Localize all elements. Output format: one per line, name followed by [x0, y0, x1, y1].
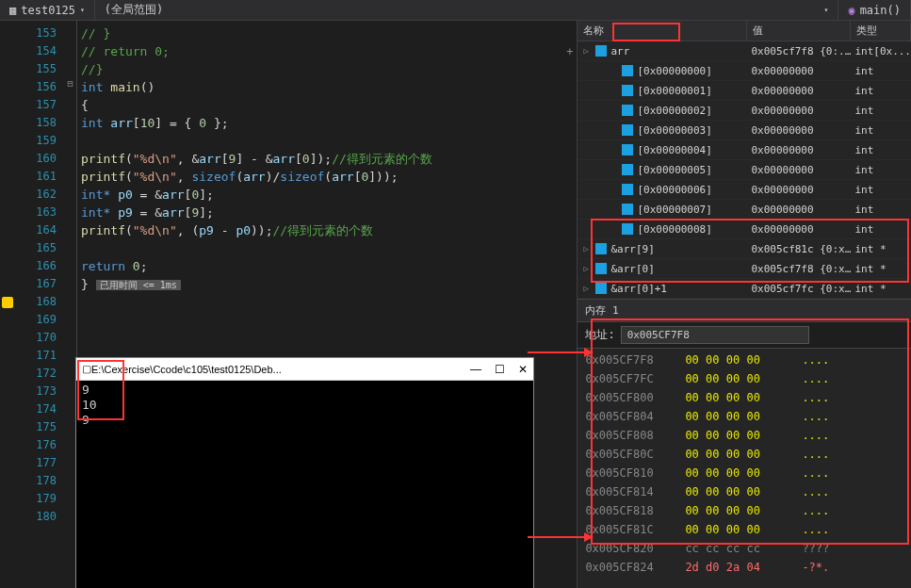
col-name[interactable]: 名称 [578, 21, 747, 41]
watch-row[interactable]: ▷&arr[0]0x005cf7f8 {0:x...int * [578, 259, 911, 279]
memory-row: 0x005CF81800 00 00 00.... [585, 501, 903, 520]
watch-row[interactable]: ▷arr0x005cf7f8 {0:...int[0x... [578, 41, 911, 61]
variable-icon [595, 45, 607, 57]
memory-row: 0x005CF80C00 00 00 00.... [585, 445, 903, 464]
memory-row: 0x005CF80800 00 00 00.... [585, 426, 903, 445]
watch-row[interactable]: [0x00000008]0x00000000int [578, 220, 911, 239]
memory-address-input[interactable] [621, 326, 809, 344]
watch-row[interactable]: [0x00000004]0x00000000int [578, 140, 911, 160]
memory-addr-label: 地址: [585, 327, 614, 343]
console-title-text: E:\Cexercise\Ccode\c105\test0125\Deb... [91, 364, 470, 375]
memory-row: 0x005CF8242d d0 2a 04-?*. [585, 558, 903, 577]
tab-file[interactable]: ▦test0125▾ [0, 0, 95, 20]
close-button[interactable]: ✕ [518, 363, 528, 376]
console-output: 9109 [76, 381, 533, 430]
memory-row: 0x005CF80400 00 00 00.... [585, 407, 903, 426]
variable-icon [595, 283, 607, 294]
tab-scope[interactable]: (全局范围)▾ [95, 0, 839, 20]
variable-icon [622, 204, 633, 215]
variable-icon [595, 263, 607, 274]
watch-row[interactable]: [0x00000000]0x00000000int [578, 61, 911, 81]
maximize-button[interactable]: ☐ [495, 363, 505, 376]
watch-row[interactable]: [0x00000006]0x00000000int [578, 180, 911, 200]
watch-row[interactable]: [0x00000002]0x00000000int [578, 101, 911, 121]
memory-row: 0x005CF80000 00 00 00.... [585, 388, 903, 407]
console-titlebar[interactable]: ▢ E:\Cexercise\Ccode\c105\test0125\Deb..… [76, 358, 533, 381]
watch-row[interactable]: [0x00000005]0x00000000int [578, 160, 911, 180]
variable-icon [622, 164, 633, 175]
minimize-button[interactable]: — [470, 363, 481, 376]
memory-row: 0x005CF7FC00 00 00 00.... [585, 369, 903, 388]
memory-view[interactable]: 0x005CF7F800 00 00 00....0x005CF7FC00 00… [578, 349, 911, 588]
variable-icon [622, 105, 633, 116]
chevron-down-icon: ▾ [80, 6, 85, 14]
variable-icon [622, 65, 633, 76]
variable-icon [622, 223, 633, 235]
watch-row[interactable]: [0x00000007]0x00000000int [578, 200, 911, 220]
watch-row[interactable]: ▷&arr[9]0x005cf81c {0:x...int * [578, 239, 911, 259]
memory-row: 0x005CF81400 00 00 00.... [585, 482, 903, 501]
variable-icon [622, 144, 633, 155]
memory-row: 0x005CF81C00 00 00 00.... [585, 520, 903, 539]
variable-icon [622, 124, 633, 136]
chevron-down-icon: ▾ [824, 6, 829, 14]
col-value[interactable]: 值 [747, 21, 851, 41]
memory-row: 0x005CF7F800 00 00 00.... [585, 351, 903, 369]
watch-row[interactable]: ▷&arr[0]+10x005cf7fc {0:x...int * [578, 279, 911, 299]
watch-row[interactable]: [0x00000001]0x00000000int [578, 81, 911, 101]
variable-icon [622, 85, 633, 96]
memory-row: 0x005CF81000 00 00 00.... [585, 464, 903, 482]
watch-header: 名称 值 类型 [578, 21, 911, 41]
memory-row: 0x005CF820cc cc cc cc???? [585, 539, 903, 558]
watch-row[interactable]: [0x00000003]0x00000000int [578, 121, 911, 140]
memory-title: 内存 1 [578, 299, 911, 322]
col-type[interactable]: 类型 [851, 21, 911, 41]
tab-function[interactable]: ◉main() [838, 0, 911, 20]
plus-icon[interactable]: + [566, 45, 573, 58]
memory-address-bar: 地址: [578, 322, 911, 349]
breadcrumb-bar: ▦test0125▾ (全局范围)▾ ◉main() [0, 0, 911, 21]
variable-icon [622, 184, 633, 195]
variable-icon [595, 243, 607, 254]
console-window[interactable]: ▢ E:\Cexercise\Ccode\c105\test0125\Deb..… [75, 357, 534, 588]
watch-panel[interactable]: ▷arr0x005cf7f8 {0:...int[0x...[0x0000000… [578, 41, 911, 299]
breakpoint-marker[interactable] [2, 297, 13, 308]
console-icon: ▢ [82, 363, 91, 375]
